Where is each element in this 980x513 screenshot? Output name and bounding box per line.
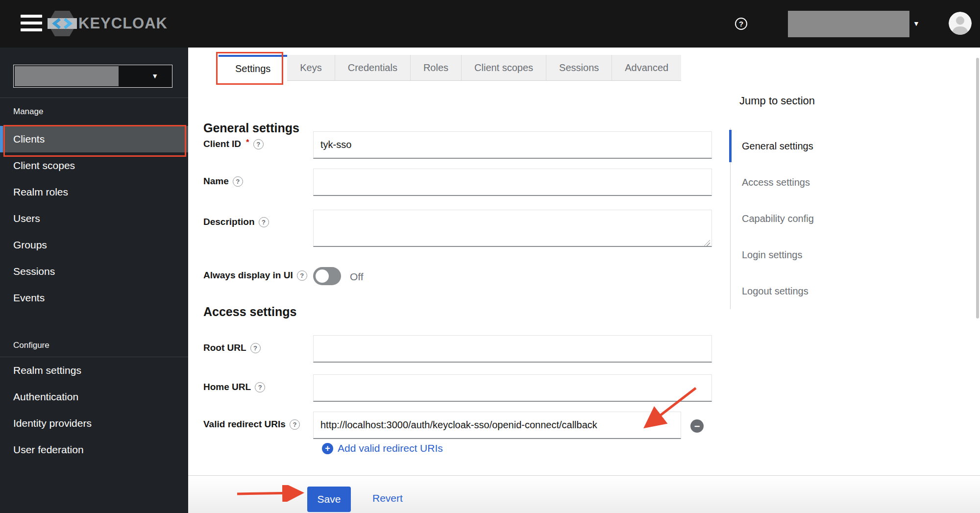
client-id-field[interactable] (313, 131, 712, 159)
tab-client-scopes[interactable]: Client scopes (461, 55, 546, 81)
user-menu-caret-icon[interactable]: ▼ (913, 20, 920, 27)
keycloak-logo: KEYCLOAK (47, 9, 168, 38)
description-help-icon[interactable]: ? (259, 217, 269, 227)
sidebar: ▼ Manage Clients Client scopes Realm rol… (0, 48, 188, 513)
brand-name: KEYCLOAK (78, 15, 168, 32)
jump-item-general-settings[interactable]: General settings (731, 128, 867, 164)
jump-item-login-settings[interactable]: Login settings (731, 237, 867, 273)
name-label: Name ? (203, 176, 243, 187)
required-asterisk: * (246, 138, 249, 147)
home-url-help-icon[interactable]: ? (255, 382, 265, 392)
name-field[interactable] (313, 169, 712, 196)
nav-manage-list: Clients Client scopes Realm roles Users … (0, 126, 188, 311)
hamburger-menu-icon[interactable] (21, 14, 43, 33)
sidebar-divider (0, 98, 188, 98)
realm-selector-caret-icon: ▼ (151, 72, 158, 80)
toggle-knob (316, 269, 329, 283)
valid-redirect-uris-label: Valid redirect URIs ? (203, 419, 300, 430)
help-icon[interactable]: ? (735, 18, 747, 30)
client-id-label: Client ID* ? (203, 139, 264, 149)
sidebar-item-sessions[interactable]: Sessions (0, 258, 188, 285)
top-bar: KEYCLOAK ? ▼ (0, 0, 980, 48)
client-tabs: Settings Keys Credentials Roles Client s… (219, 55, 681, 81)
home-url-label: Home URL ? (203, 382, 265, 392)
general-settings-heading: General settings (203, 121, 299, 135)
sidebar-item-clients[interactable]: Clients (0, 126, 188, 152)
realm-selector[interactable]: ▼ (13, 65, 172, 88)
tab-roles[interactable]: Roles (410, 55, 461, 81)
nav-configure-list: Realm settings Authentication Identity p… (0, 357, 188, 463)
root-url-field[interactable] (313, 335, 712, 363)
root-url-help-icon[interactable]: ? (250, 343, 261, 353)
revert-button[interactable]: Revert (372, 492, 403, 504)
root-url-label: Root URL ? (203, 342, 261, 353)
jump-to-section-list: General settings Access settings Capabil… (730, 128, 867, 309)
access-settings-heading: Access settings (203, 305, 296, 319)
nav-group-manage-label: Manage (13, 107, 43, 117)
home-url-field[interactable] (313, 374, 712, 402)
sidebar-item-identity-providers[interactable]: Identity providers (0, 410, 188, 437)
minus-icon: − (694, 421, 700, 431)
sidebar-item-client-scopes[interactable]: Client scopes (0, 152, 188, 179)
tab-keys[interactable]: Keys (287, 55, 334, 81)
sidebar-item-events[interactable]: Events (0, 285, 188, 311)
always-display-toggle[interactable] (313, 267, 341, 285)
sidebar-item-realm-roles[interactable]: Realm roles (0, 179, 188, 205)
jump-item-access-settings[interactable]: Access settings (731, 164, 867, 200)
tab-credentials[interactable]: Credentials (335, 55, 410, 81)
plus-icon: + (322, 443, 333, 454)
nav-group-configure-label: Configure (13, 341, 49, 350)
remove-redirect-uri-button[interactable]: − (690, 419, 704, 433)
description-field[interactable] (313, 210, 712, 247)
keycloak-admin-console: KEYCLOAK ? ▼ ▼ Manage Clients Client sco… (0, 0, 980, 513)
valid-redirect-help-icon[interactable]: ? (290, 419, 300, 430)
name-help-icon[interactable]: ? (233, 176, 243, 187)
realm-name-redacted (15, 66, 119, 86)
sidebar-item-users[interactable]: Users (0, 205, 188, 232)
always-display-label: Always display in UI ? (203, 270, 307, 281)
add-redirect-uri-link[interactable]: + Add valid redirect URIs (322, 442, 443, 454)
sidebar-item-groups[interactable]: Groups (0, 232, 188, 258)
valid-redirect-uri-field[interactable] (313, 412, 681, 439)
sidebar-item-user-federation[interactable]: User federation (0, 437, 188, 463)
jump-to-section-title: Jump to section (739, 95, 867, 107)
form-action-bar: Save Revert (188, 475, 980, 513)
jump-item-logout-settings[interactable]: Logout settings (731, 273, 867, 309)
avatar-icon (949, 12, 972, 35)
user-menu-redacted[interactable] (788, 11, 909, 37)
tab-sessions[interactable]: Sessions (546, 55, 612, 81)
sidebar-item-realm-settings[interactable]: Realm settings (0, 357, 188, 384)
sidebar-item-authentication[interactable]: Authentication (0, 384, 188, 410)
jump-to-section-panel: Jump to section General settings Access … (730, 95, 867, 309)
always-display-help-icon[interactable]: ? (297, 270, 307, 281)
tab-advanced[interactable]: Advanced (612, 55, 681, 81)
client-id-help-icon[interactable]: ? (253, 139, 264, 149)
description-label: Description ? (203, 217, 269, 227)
jump-item-capability-config[interactable]: Capability config (731, 200, 867, 237)
add-redirect-uri-label: Add valid redirect URIs (338, 442, 443, 454)
avatar[interactable] (949, 12, 972, 35)
toggle-state-text: Off (350, 271, 364, 283)
keycloak-logo-icon (47, 10, 77, 37)
save-button[interactable]: Save (307, 487, 351, 512)
vertical-scrollbar[interactable] (976, 58, 979, 318)
tab-settings[interactable]: Settings (219, 55, 287, 81)
